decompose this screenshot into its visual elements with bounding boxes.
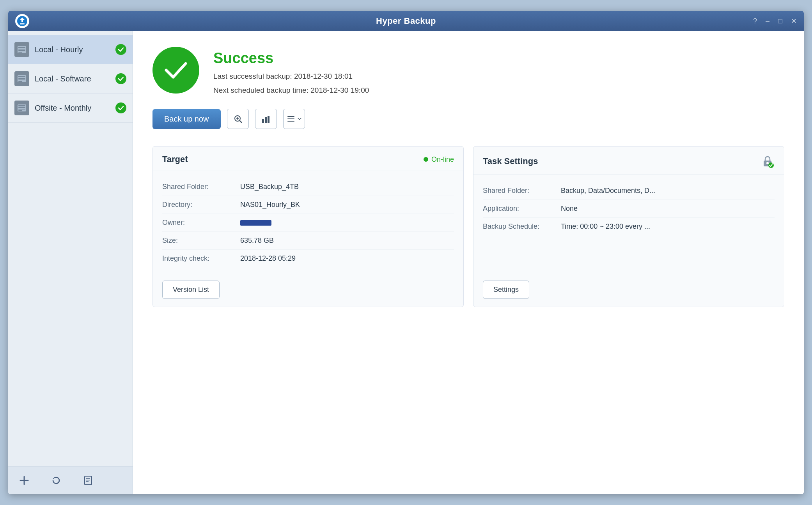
online-label: On-line — [431, 155, 454, 164]
info-row-owner: Owner: — [162, 214, 454, 232]
target-panel-header: Target On-line — [153, 147, 463, 171]
backup-icon-offsite-monthly — [14, 101, 29, 115]
label-application: Application: — [483, 205, 561, 213]
label-size: Size: — [162, 237, 240, 245]
window-controls: ? – □ ✕ — [753, 17, 797, 25]
target-panel-footer: Version List — [153, 274, 463, 307]
svg-rect-34 — [766, 162, 769, 164]
log-button[interactable] — [80, 472, 96, 489]
svg-rect-8 — [18, 76, 25, 77]
info-row-task-shared-folder: Shared Folder: Backup, Data/Documents, D… — [483, 182, 775, 200]
info-row-size: Size: 635.78 GB — [162, 232, 454, 250]
online-dot — [424, 157, 428, 162]
backup-icon-local-software — [14, 71, 29, 86]
value-backup-schedule: Time: 00:00 ~ 23:00 every ... — [561, 222, 650, 231]
svg-rect-11 — [18, 81, 22, 82]
sidebar-item-label-offsite-monthly: Offsite - Monthly — [35, 104, 110, 113]
sidebar-item-offsite-monthly[interactable]: Offsite - Monthly — [8, 94, 133, 123]
add-backup-button[interactable] — [16, 472, 32, 489]
more-options-button[interactable] — [283, 109, 305, 129]
info-row-application: Application: None — [483, 200, 775, 218]
svg-rect-9 — [18, 78, 25, 79]
label-backup-schedule: Backup Schedule: — [483, 222, 561, 231]
status-section: Success Last successful backup: 2018-12-… — [152, 47, 784, 95]
svg-rect-29 — [268, 116, 269, 123]
minimize-button[interactable]: – — [766, 17, 769, 25]
backup-icon-local-hourly — [14, 42, 29, 57]
version-list-button[interactable]: Version List — [162, 281, 220, 299]
sidebar-item-local-hourly[interactable]: Local - Hourly — [8, 35, 133, 64]
help-button[interactable]: ? — [753, 17, 757, 25]
status-success-icon — [152, 47, 199, 94]
maximize-button[interactable]: □ — [778, 17, 782, 25]
value-shared-folder: USB_Backup_4TB — [240, 183, 299, 191]
value-integrity: 2018-12-28 05:29 — [240, 254, 296, 263]
svg-rect-5 — [18, 50, 25, 51]
svg-rect-14 — [18, 107, 25, 108]
status-badge-local-software — [115, 73, 126, 84]
task-panel: Task Settings — [473, 146, 784, 307]
task-panel-footer: Settings — [473, 274, 784, 307]
target-panel-body: Shared Folder: USB_Backup_4TB Directory:… — [153, 171, 463, 274]
browse-versions-button[interactable] — [227, 109, 249, 129]
svg-rect-15 — [18, 109, 25, 109]
action-buttons: Back up now — [152, 109, 784, 129]
value-size: 635.78 GB — [240, 237, 274, 245]
svg-rect-1 — [20, 23, 25, 25]
main-content: Local - Hourly — [8, 31, 804, 494]
content-area: Success Last successful backup: 2018-12-… — [133, 31, 804, 494]
app-title: Hyper Backup — [376, 16, 436, 26]
settings-button[interactable]: Settings — [483, 281, 529, 299]
info-panels: Target On-line Shared Folder: USB_Backup… — [152, 146, 784, 307]
value-directory: NAS01_Hourly_BK — [240, 201, 300, 209]
svg-line-24 — [239, 120, 241, 122]
svg-rect-27 — [262, 119, 264, 123]
label-directory: Directory: — [162, 201, 240, 209]
statistics-button[interactable] — [255, 109, 277, 129]
back-up-now-button[interactable]: Back up now — [152, 109, 221, 129]
label-integrity: Integrity check: — [162, 254, 240, 263]
label-owner: Owner: — [162, 219, 240, 227]
task-panel-body: Shared Folder: Backup, Data/Documents, D… — [473, 175, 784, 274]
info-row-directory: Directory: NAS01_Hourly_BK — [162, 196, 454, 214]
svg-rect-10 — [18, 79, 25, 80]
sidebar-item-label-local-software: Local - Software — [35, 74, 110, 83]
info-row-shared-folder: Shared Folder: USB_Backup_4TB — [162, 178, 454, 196]
status-title: Success — [213, 50, 369, 67]
svg-rect-4 — [18, 49, 25, 49]
sidebar-item-local-software[interactable]: Local - Software — [8, 64, 133, 94]
close-button[interactable]: ✕ — [791, 17, 797, 25]
value-application: None — [561, 205, 578, 213]
task-panel-title: Task Settings — [483, 156, 538, 166]
svg-rect-28 — [265, 117, 267, 123]
titlebar: Hyper Backup ? – □ ✕ — [8, 11, 804, 31]
svg-rect-3 — [18, 47, 25, 48]
svg-rect-19 — [85, 476, 92, 485]
sidebar-item-list: Local - Hourly — [8, 31, 133, 466]
app-logo — [15, 14, 29, 28]
svg-rect-6 — [18, 52, 22, 53]
owner-bar — [240, 220, 271, 226]
info-row-backup-schedule: Backup Schedule: Time: 00:00 ~ 23:00 eve… — [483, 218, 775, 235]
info-row-integrity: Integrity check: 2018-12-28 05:29 — [162, 250, 454, 267]
task-panel-header: Task Settings — [473, 147, 784, 175]
restore-button[interactable] — [48, 472, 64, 489]
online-status: On-line — [424, 155, 454, 164]
value-task-shared-folder: Backup, Data/Documents, D... — [561, 187, 655, 195]
sidebar: Local - Hourly — [8, 31, 133, 494]
svg-rect-13 — [18, 105, 25, 106]
sidebar-item-label-local-hourly: Local - Hourly — [35, 45, 110, 54]
status-badge-local-hourly — [115, 44, 126, 55]
label-task-shared-folder: Shared Folder: — [483, 187, 561, 195]
lock-verified-icon — [761, 154, 775, 168]
label-shared-folder: Shared Folder: — [162, 183, 240, 191]
status-info: Success Last successful backup: 2018-12-… — [213, 47, 369, 95]
target-panel-title: Target — [162, 154, 188, 164]
target-panel: Target On-line Shared Folder: USB_Backup… — [152, 146, 464, 307]
status-badge-offsite-monthly — [115, 102, 126, 113]
app-window: Hyper Backup ? – □ ✕ — [8, 11, 804, 494]
next-backup-line: Next scheduled backup time: 2018-12-30 1… — [213, 86, 369, 95]
svg-rect-16 — [18, 110, 22, 111]
last-backup-line: Last successful backup: 2018-12-30 18:01 — [213, 72, 369, 81]
sidebar-footer — [8, 466, 133, 494]
